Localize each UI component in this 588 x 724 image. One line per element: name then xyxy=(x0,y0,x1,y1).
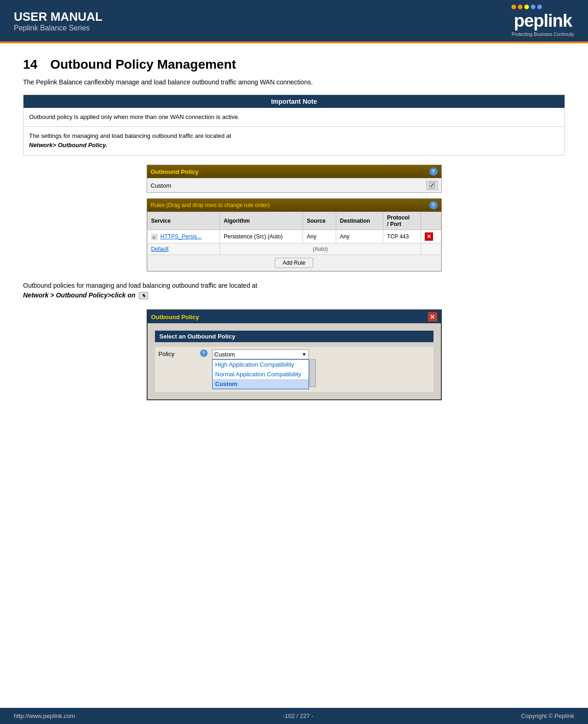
dialog-screenshot: Outbound Policy ✕ Select an Outbound Pol… xyxy=(147,309,442,400)
cell-default-service: Default xyxy=(147,243,220,255)
cell-default-algo: (Auto) xyxy=(220,243,421,255)
outbound-policy-panel: Outbound Policy ? Custom xyxy=(147,165,442,193)
dialog-policy-row: Policy ? Custom ▼ High Application Compa… xyxy=(155,347,434,392)
cell-default-action xyxy=(421,243,441,255)
chapter-number: 14 xyxy=(23,57,37,71)
rules-table: Service Algorithm Source Destination Pro… xyxy=(147,212,441,271)
col-service: Service xyxy=(147,212,220,230)
rules-header-prefix: Rules ( xyxy=(151,202,168,208)
edit-icon-inline: ✎ xyxy=(139,292,148,299)
col-source: Source xyxy=(303,212,336,230)
dialog-title: Outbound Policy xyxy=(151,314,199,320)
important-note-body2: The settings for managing and load balan… xyxy=(24,127,564,155)
important-note-body1: Outbound policy is applied only when mor… xyxy=(24,108,564,127)
dot-blue xyxy=(531,5,535,9)
footer-page: -102 / 227 - xyxy=(283,712,314,719)
logo-area: peplink Protecting Business Continuity xyxy=(511,5,574,37)
op-value: Custom xyxy=(151,182,172,189)
page-footer: http://www.peplink.com -102 / 227 - Copy… xyxy=(0,708,588,724)
dropdown-option-high[interactable]: High Application Compatibility xyxy=(213,360,309,369)
footer-url-link[interactable]: http://www.peplink.com xyxy=(14,712,75,719)
default-link[interactable]: Default xyxy=(151,246,169,252)
dot-blue2 xyxy=(537,5,542,9)
dot-orange xyxy=(511,5,516,9)
dot-yellow xyxy=(524,5,529,9)
service-link[interactable]: HTTPS_Persis... xyxy=(160,233,202,240)
section2-line1: Outbound policies for managing and load … xyxy=(23,282,257,289)
dropdown-option-custom[interactable]: Custom xyxy=(213,379,309,389)
rules-table-body: ⚙ HTTPS_Persis... Persistence (Src) (Aut… xyxy=(147,230,441,271)
screenshot-panel1: Outbound Policy ? Custom Rules (Drag and… xyxy=(147,165,442,272)
op-edit-button[interactable] xyxy=(427,181,438,190)
chapter-title: 14 Outbound Policy Management xyxy=(23,57,565,72)
logo-text: peplink xyxy=(511,11,574,31)
dropdown-menu: High Application Compatibility Normal Ap… xyxy=(212,359,309,389)
note-line2-bold: Network> Outbound Policy. xyxy=(29,142,107,148)
table-row-add: Add Rule xyxy=(147,255,441,271)
cell-add-rule: Add Rule xyxy=(147,255,441,271)
main-content: 14 Outbound Policy Management The Peplin… xyxy=(0,43,588,708)
op-header-title: Outbound Policy xyxy=(151,168,199,175)
cell-service: ⚙ HTTPS_Persis... xyxy=(147,230,220,243)
dropdown-open-container: High Application Compatibility Normal Ap… xyxy=(212,359,309,389)
col-action xyxy=(421,212,441,230)
footer-copyright: Copyright © Peplink xyxy=(521,712,574,719)
rules-drag-text: Drag and drop rows to change rule order xyxy=(168,202,268,208)
op-value-row: Custom xyxy=(147,178,441,192)
cell-source: Any xyxy=(303,230,336,243)
cell-destination: Any xyxy=(336,230,383,243)
dialog-titlebar: Outbound Policy ✕ xyxy=(148,310,441,323)
rules-header: Rules (Drag and drop rows to change rule… xyxy=(147,199,441,212)
logo-tagline: Protecting Business Continuity xyxy=(511,32,574,37)
dialog-section-header: Select an Outbound Policy xyxy=(155,331,434,342)
manual-title: USER MANUAL xyxy=(14,10,102,24)
rules-header-title: Rules (Drag and drop rows to change rule… xyxy=(151,202,270,208)
policy-current-value: Custom xyxy=(214,351,235,358)
dropdown-arrow-icon: ▼ xyxy=(302,352,307,357)
important-note-box: Important Note Outbound policy is applie… xyxy=(23,95,565,155)
cell-protocol: TCP 443 xyxy=(383,230,421,243)
rules-header-suffix: ) xyxy=(268,202,270,208)
rules-help-icon[interactable]: ? xyxy=(429,201,438,209)
header-left: USER MANUAL Peplink Balance Series xyxy=(14,10,102,32)
cell-delete[interactable]: ✕ xyxy=(421,230,441,243)
dropdown-option-normal[interactable]: Normal Application Compatibility xyxy=(213,369,309,379)
col-algorithm: Algorithm xyxy=(220,212,303,230)
col-protocol: Protocol/ Port xyxy=(383,212,421,230)
intro-text: The Peplink Balance canflexibly manage a… xyxy=(23,77,565,87)
note-line2-text: The settings for managing and load balan… xyxy=(29,132,231,139)
footer-url: http://www.peplink.com xyxy=(14,712,75,719)
dialog-close-button[interactable]: ✕ xyxy=(428,312,437,321)
dialog-policy-label: Policy xyxy=(159,350,196,357)
rules-header-row: Service Algorithm Source Destination Pro… xyxy=(147,212,441,230)
dialog-policy-help-icon[interactable]: ? xyxy=(200,350,208,357)
dot-orange2 xyxy=(518,5,523,9)
section2-line2: Network > Outbound Policy>click on ✎ xyxy=(23,291,148,299)
page-header: USER MANUAL Peplink Balance Series pepli… xyxy=(0,0,588,42)
policy-select-box[interactable]: Custom ▼ xyxy=(212,350,309,359)
dialog-body: Select an Outbound Policy Policy ? Custo… xyxy=(148,323,441,399)
table-row-default: Default (Auto) xyxy=(147,243,441,255)
important-note-header: Important Note xyxy=(24,95,564,108)
rules-table-header: Service Algorithm Source Destination Pro… xyxy=(147,212,441,230)
dialog-container: Outbound Policy ✕ Select an Outbound Pol… xyxy=(147,309,442,400)
policy-dropdown-wrapper: Custom ▼ High Application Compatibility … xyxy=(212,350,309,389)
dropdown-scrollbar[interactable] xyxy=(309,359,316,387)
section2-text1: Outbound policies for managing and load … xyxy=(23,281,565,300)
add-rule-button[interactable]: Add Rule xyxy=(275,258,313,268)
table-row: ⚙ HTTPS_Persis... Persistence (Src) (Aut… xyxy=(147,230,441,243)
chapter-title-text: Outbound Policy Management xyxy=(50,57,236,71)
cell-algorithm: Persistence (Src) (Auto) xyxy=(220,230,303,243)
col-destination: Destination xyxy=(336,212,383,230)
manual-subtitle: Peplink Balance Series xyxy=(14,24,102,32)
logo-dots xyxy=(511,5,574,9)
rules-panel: Rules (Drag and drop rows to change rule… xyxy=(147,198,442,272)
svg-text:⚙: ⚙ xyxy=(152,236,155,240)
op-help-icon[interactable]: ? xyxy=(429,167,438,176)
op-panel-header: Outbound Policy ? xyxy=(147,165,441,178)
delete-button[interactable]: ✕ xyxy=(425,232,433,241)
